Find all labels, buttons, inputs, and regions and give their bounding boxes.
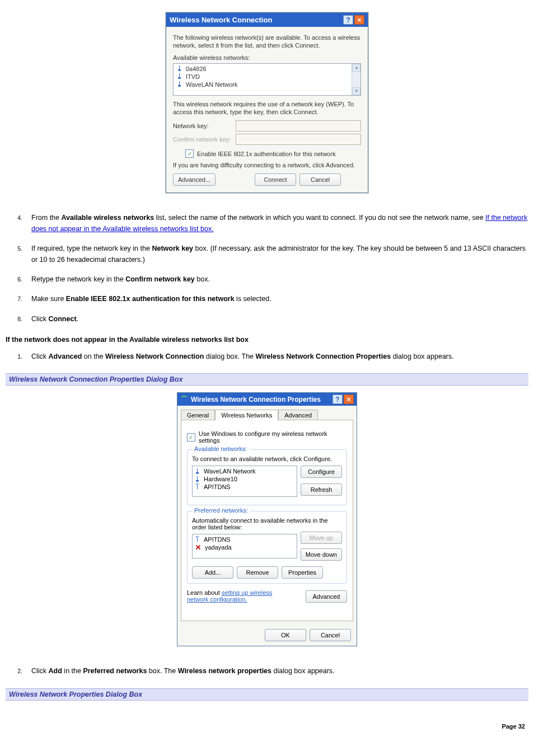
button-label: Move down	[306, 551, 337, 558]
enable-ieee-label: Enable IEEE 802.1x authentication for th…	[197, 151, 336, 157]
text: Make sure	[31, 295, 66, 303]
title-bar-buttons: ? ×	[343, 15, 364, 25]
close-button[interactable]: ×	[344, 395, 354, 404]
help-icon: ?	[335, 396, 339, 403]
close-button[interactable]: ×	[354, 15, 364, 25]
confirm-network-key-input[interactable]	[236, 134, 361, 145]
help-button[interactable]: ?	[343, 15, 353, 25]
ok-button[interactable]: OK	[265, 629, 306, 641]
properties-button[interactable]: Properties	[282, 566, 323, 579]
use-windows-checkbox[interactable]: ✓	[187, 433, 195, 442]
tab-advanced[interactable]: Advanced	[278, 410, 318, 420]
step-number: 5.	[11, 244, 22, 253]
text: Click	[31, 353, 49, 360]
preferred-networks-listbox[interactable]: APITDNS yadayada	[192, 534, 297, 558]
step-number: 4.	[11, 213, 22, 222]
button-label: Cancel	[311, 176, 330, 183]
step-number: 1.	[11, 352, 22, 361]
wifi-icon	[180, 396, 188, 403]
help-icon: ?	[346, 16, 350, 24]
list-item[interactable]: yadayada	[194, 543, 296, 551]
step-number: 7.	[11, 294, 22, 303]
section-heading-not-appear: If the network does not appear in the Av…	[6, 336, 528, 344]
text: Click	[31, 667, 49, 675]
bold-text: Network key	[152, 245, 193, 252]
step-number: 2.	[11, 666, 22, 675]
title-bar: Wireless Network Connection ? ×	[166, 13, 368, 27]
disabled-icon	[195, 544, 202, 551]
text: Click	[31, 315, 49, 323]
help-button[interactable]: ?	[332, 395, 343, 404]
list-item[interactable]: 0a4826	[176, 65, 352, 73]
move-up-button[interactable]: Move up	[301, 532, 342, 544]
scroll-up-icon[interactable]: ▴	[352, 64, 360, 72]
button-label: Connect	[264, 176, 287, 183]
dialog-title: Wireless Network Connection Properties	[191, 396, 321, 403]
dialog-wireless-connection-properties: Wireless Network Connection Properties ?…	[177, 392, 357, 646]
instruction-list-c: 2. Click Add in the Preferred networks b…	[6, 666, 528, 677]
step-7: 7. Make sure Enable IEEE 802.1x authenti…	[25, 294, 528, 304]
use-windows-label: Use Windows to configure my wireless net…	[199, 430, 347, 444]
available-networks-label: Available wireless networks:	[173, 54, 361, 61]
tab-label: Advanced	[284, 412, 312, 419]
signal-icon	[177, 73, 182, 79]
bold-text: Advanced	[49, 353, 82, 360]
tab-wireless-networks[interactable]: Wireless Networks	[215, 410, 278, 420]
list-item[interactable]: WaveLAN Network	[176, 81, 352, 88]
button-label: Cancel	[321, 632, 340, 638]
signal-icon	[195, 476, 200, 482]
step-5: 5. If required, type the network key in …	[25, 243, 528, 265]
dialog-wireless-network-connection: Wireless Network Connection ? × The foll…	[166, 12, 368, 193]
button-label: Properties	[288, 569, 316, 576]
configure-button[interactable]: Configure	[301, 466, 342, 478]
available-networks-listbox[interactable]: WaveLAN Network Hardware10 APITDNS	[192, 466, 297, 497]
move-down-button[interactable]: Move down	[301, 548, 342, 561]
advanced-button[interactable]: Advanced	[306, 590, 347, 603]
cancel-button[interactable]: Cancel	[299, 173, 341, 186]
step-1b: 1. Click Advanced on the Wireless Networ…	[25, 351, 528, 362]
button-label: Move up	[310, 534, 333, 541]
signal-icon	[195, 468, 200, 475]
bold-text: Enable IEEE 802.1x authentication for th…	[66, 295, 235, 303]
cancel-button[interactable]: Cancel	[310, 629, 351, 641]
page-number: Page 32	[6, 723, 528, 730]
list-item[interactable]: APITDNS	[194, 536, 296, 543]
remove-button[interactable]: Remove	[237, 566, 278, 579]
advanced-button[interactable]: Advanced...	[173, 173, 216, 186]
list-item[interactable]: WaveLAN Network	[194, 467, 296, 475]
list-item[interactable]: ITVD	[176, 73, 352, 81]
button-label: Advanced...	[178, 176, 210, 183]
text: If required, type the network key in the	[31, 245, 152, 252]
figure-wireless-connection-dialog: Wireless Network Connection ? × The foll…	[6, 12, 528, 193]
difficulty-text: If you are having difficulty connecting …	[173, 161, 361, 169]
learn-text: Learn about	[187, 589, 222, 596]
step-4: 4. From the Available wireless networks …	[25, 213, 528, 234]
text: is selected.	[235, 295, 271, 303]
tab-label: General	[187, 412, 209, 419]
scroll-down-icon[interactable]: ▾	[352, 87, 360, 95]
network-key-input[interactable]	[236, 120, 361, 132]
add-button[interactable]: Add...	[192, 566, 233, 579]
text: dialog box appears.	[391, 353, 454, 360]
group-title: Preferred networks:	[192, 507, 250, 514]
figure-properties-dialog: Wireless Network Connection Properties ?…	[6, 392, 528, 646]
text: Retype the network key in the	[31, 275, 125, 283]
dialog-title: Wireless Network Connection	[170, 16, 272, 24]
list-item[interactable]: APITDNS	[194, 483, 296, 491]
available-networks-listbox[interactable]: 0a4826 ITVD WaveLAN Network ▴ ▾	[173, 63, 361, 96]
close-icon: ×	[346, 396, 350, 403]
network-name: WaveLAN Network	[186, 81, 238, 88]
wep-hint-text: This wireless network requires the use o…	[173, 100, 361, 116]
network-name: yadayada	[205, 544, 232, 551]
tab-general[interactable]: General	[181, 410, 215, 420]
list-item[interactable]: Hardware10	[194, 475, 296, 483]
refresh-button[interactable]: Refresh	[301, 483, 342, 496]
instruction-list-b: 1. Click Advanced on the Wireless Networ…	[6, 351, 528, 362]
network-name: APITDNS	[204, 536, 231, 543]
text: box.	[195, 275, 210, 283]
text: box. The	[147, 667, 177, 675]
enable-ieee-checkbox[interactable]: ✓	[185, 149, 194, 158]
text: dialog box appears.	[271, 667, 335, 675]
scrollbar[interactable]: ▴ ▾	[352, 64, 360, 95]
connect-button[interactable]: Connect	[255, 173, 296, 186]
